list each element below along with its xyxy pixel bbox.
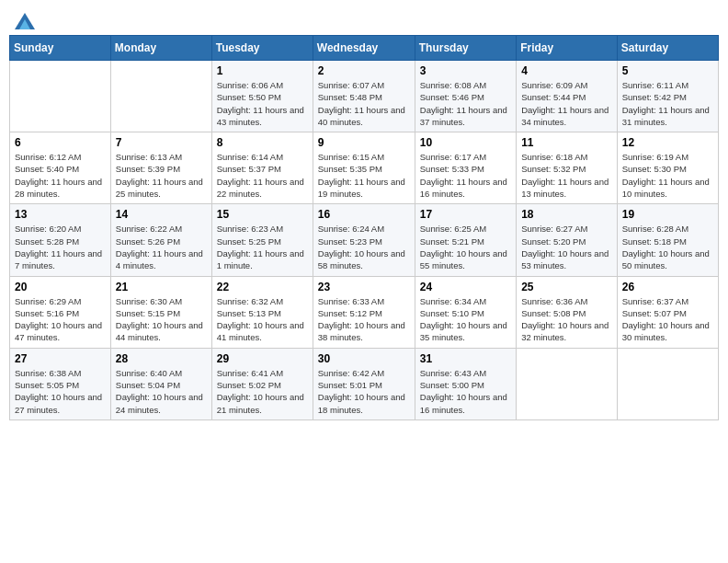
day-info: Sunrise: 6:14 AMSunset: 5:37 PMDaylight:… [217,151,308,200]
day-info: Sunrise: 6:18 AMSunset: 5:32 PMDaylight:… [521,151,612,200]
day-number: 16 [318,208,410,221]
day-header-sunday: Sunday [10,36,111,61]
day-number: 15 [217,208,308,221]
day-header-thursday: Thursday [415,36,516,61]
calendar-cell: 12Sunrise: 6:19 AMSunset: 5:30 PMDayligh… [617,132,718,204]
calendar-cell: 11Sunrise: 6:18 AMSunset: 5:32 PMDayligh… [517,132,618,204]
day-number: 6 [15,136,106,149]
day-number: 1 [217,64,308,77]
day-number: 12 [622,136,713,149]
calendar-cell: 14Sunrise: 6:22 AMSunset: 5:26 PMDayligh… [110,204,211,276]
day-info: Sunrise: 6:40 AMSunset: 5:04 PMDaylight:… [116,367,207,416]
day-info: Sunrise: 6:25 AMSunset: 5:21 PMDaylight:… [420,223,511,271]
day-info: Sunrise: 6:34 AMSunset: 5:10 PMDaylight:… [420,295,511,344]
calendar-cell: 31Sunrise: 6:43 AMSunset: 5:00 PMDayligh… [415,348,516,419]
calendar-cell [617,348,718,419]
calendar-cell: 7Sunrise: 6:13 AMSunset: 5:39 PMDaylight… [110,132,211,204]
day-info: Sunrise: 6:29 AMSunset: 5:16 PMDaylight:… [15,295,106,344]
day-number: 17 [420,208,511,221]
day-number: 27 [15,352,106,365]
day-info: Sunrise: 6:06 AMSunset: 5:50 PMDaylight:… [217,79,308,128]
day-info: Sunrise: 6:22 AMSunset: 5:26 PMDaylight:… [116,223,207,271]
day-info: Sunrise: 6:42 AMSunset: 5:01 PMDaylight:… [318,367,410,416]
day-header-saturday: Saturday [617,36,718,61]
day-info: Sunrise: 6:17 AMSunset: 5:33 PMDaylight:… [420,151,511,200]
calendar-cell: 29Sunrise: 6:41 AMSunset: 5:02 PMDayligh… [211,348,313,419]
calendar-cell: 1Sunrise: 6:06 AMSunset: 5:50 PMDaylight… [211,61,313,132]
day-info: Sunrise: 6:27 AMSunset: 5:20 PMDaylight:… [521,223,612,271]
calendar-cell: 3Sunrise: 6:08 AMSunset: 5:46 PMDaylight… [415,61,516,132]
calendar-cell: 17Sunrise: 6:25 AMSunset: 5:21 PMDayligh… [415,204,516,276]
day-info: Sunrise: 6:36 AMSunset: 5:08 PMDaylight:… [521,295,612,344]
calendar-cell: 16Sunrise: 6:24 AMSunset: 5:23 PMDayligh… [313,204,415,276]
day-number: 24 [420,281,511,293]
day-number: 10 [420,136,511,149]
calendar-cell: 28Sunrise: 6:40 AMSunset: 5:04 PMDayligh… [110,348,211,419]
calendar-cell: 30Sunrise: 6:42 AMSunset: 5:01 PMDayligh… [313,348,415,419]
day-number: 8 [217,136,308,149]
day-number: 25 [521,281,612,293]
day-number: 7 [116,136,207,149]
day-info: Sunrise: 6:09 AMSunset: 5:44 PMDaylight:… [521,79,612,128]
day-info: Sunrise: 6:08 AMSunset: 5:46 PMDaylight:… [420,79,511,128]
day-header-wednesday: Wednesday [313,36,415,61]
day-number: 31 [420,352,511,365]
day-info: Sunrise: 6:43 AMSunset: 5:00 PMDaylight:… [420,367,511,416]
day-info: Sunrise: 6:41 AMSunset: 5:02 PMDaylight:… [217,367,308,416]
calendar-cell [110,61,211,132]
day-number: 21 [116,281,207,293]
day-number: 26 [622,281,713,293]
day-number: 14 [116,208,207,221]
day-info: Sunrise: 6:24 AMSunset: 5:23 PMDaylight:… [318,223,410,271]
logo-icon [15,13,35,29]
calendar-cell: 5Sunrise: 6:11 AMSunset: 5:42 PMDaylight… [617,61,718,132]
day-number: 23 [318,281,410,293]
calendar-cell: 6Sunrise: 6:12 AMSunset: 5:40 PMDaylight… [10,132,111,204]
logo [13,13,35,28]
calendar-cell: 20Sunrise: 6:29 AMSunset: 5:16 PMDayligh… [10,276,111,348]
calendar-cell: 13Sunrise: 6:20 AMSunset: 5:28 PMDayligh… [10,204,111,276]
calendar-cell: 27Sunrise: 6:38 AMSunset: 5:05 PMDayligh… [10,348,111,419]
calendar-cell: 23Sunrise: 6:33 AMSunset: 5:12 PMDayligh… [313,276,415,348]
day-info: Sunrise: 6:30 AMSunset: 5:15 PMDaylight:… [116,295,207,344]
day-number: 5 [622,64,713,77]
day-number: 2 [318,64,410,77]
calendar-cell: 2Sunrise: 6:07 AMSunset: 5:48 PMDaylight… [313,61,415,132]
day-number: 11 [521,136,612,149]
day-header-friday: Friday [517,36,618,61]
day-number: 13 [15,208,106,221]
calendar-cell [517,348,618,419]
day-info: Sunrise: 6:28 AMSunset: 5:18 PMDaylight:… [622,223,713,271]
calendar-table: SundayMondayTuesdayWednesdayThursdayFrid… [9,35,719,420]
header [9,9,719,28]
day-number: 29 [217,352,308,365]
day-info: Sunrise: 6:12 AMSunset: 5:40 PMDaylight:… [15,151,106,200]
day-number: 22 [217,281,308,293]
day-number: 20 [15,281,106,293]
day-info: Sunrise: 6:15 AMSunset: 5:35 PMDaylight:… [318,151,410,200]
day-number: 30 [318,352,410,365]
calendar-cell: 19Sunrise: 6:28 AMSunset: 5:18 PMDayligh… [617,204,718,276]
day-info: Sunrise: 6:32 AMSunset: 5:13 PMDaylight:… [217,295,308,344]
calendar-cell: 25Sunrise: 6:36 AMSunset: 5:08 PMDayligh… [517,276,618,348]
day-header-monday: Monday [110,36,211,61]
day-number: 4 [521,64,612,77]
day-info: Sunrise: 6:38 AMSunset: 5:05 PMDaylight:… [15,367,106,416]
day-number: 18 [521,208,612,221]
calendar-cell: 8Sunrise: 6:14 AMSunset: 5:37 PMDaylight… [211,132,313,204]
calendar-cell: 9Sunrise: 6:15 AMSunset: 5:35 PMDaylight… [313,132,415,204]
calendar-cell: 24Sunrise: 6:34 AMSunset: 5:10 PMDayligh… [415,276,516,348]
calendar-cell: 10Sunrise: 6:17 AMSunset: 5:33 PMDayligh… [415,132,516,204]
day-info: Sunrise: 6:20 AMSunset: 5:28 PMDaylight:… [15,223,106,271]
day-info: Sunrise: 6:23 AMSunset: 5:25 PMDaylight:… [217,223,308,271]
calendar-cell: 4Sunrise: 6:09 AMSunset: 5:44 PMDaylight… [517,61,618,132]
day-number: 3 [420,64,511,77]
day-header-tuesday: Tuesday [211,36,313,61]
calendar-cell: 21Sunrise: 6:30 AMSunset: 5:15 PMDayligh… [110,276,211,348]
day-number: 19 [622,208,713,221]
calendar-cell: 26Sunrise: 6:37 AMSunset: 5:07 PMDayligh… [617,276,718,348]
day-number: 9 [318,136,410,149]
calendar-cell [10,61,111,132]
day-info: Sunrise: 6:33 AMSunset: 5:12 PMDaylight:… [318,295,410,344]
day-info: Sunrise: 6:19 AMSunset: 5:30 PMDaylight:… [622,151,713,200]
